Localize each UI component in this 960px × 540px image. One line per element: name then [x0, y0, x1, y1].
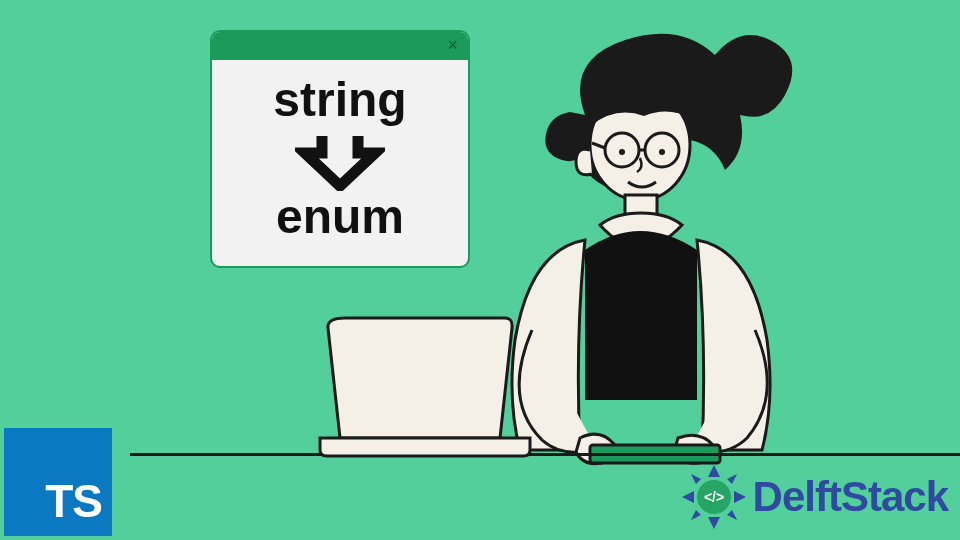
typescript-badge-text: TS — [45, 474, 102, 528]
svg-point-5 — [619, 149, 625, 155]
desk-line — [130, 453, 960, 456]
laptop-illustration — [305, 310, 545, 460]
typescript-badge: TS — [4, 428, 112, 536]
down-arrow-icon — [295, 131, 385, 191]
svg-point-6 — [659, 149, 665, 155]
delftstack-brand: </> DelftStack — [679, 462, 948, 532]
window-body: string enum — [212, 60, 468, 266]
code-window-card: × string enum — [210, 30, 470, 268]
delftstack-brand-text: DelftStack — [753, 473, 948, 521]
label-enum: enum — [220, 191, 460, 244]
svg-text:</>: </> — [703, 489, 723, 505]
label-string: string — [220, 74, 460, 127]
delftstack-logo-icon: </> — [679, 462, 749, 532]
window-titlebar: × — [212, 32, 468, 60]
